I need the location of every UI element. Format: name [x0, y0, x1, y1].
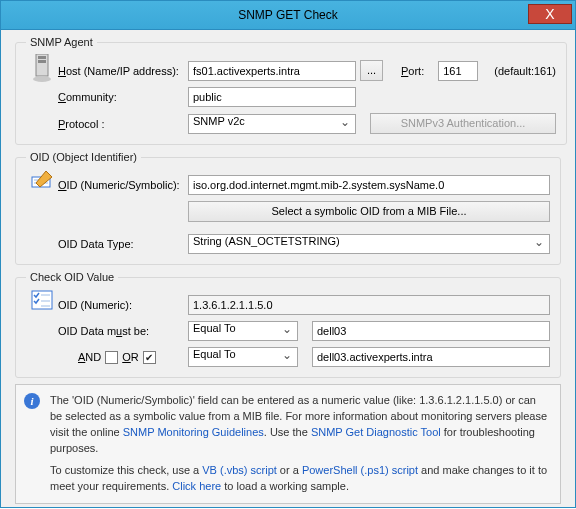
check-value-group: Check OID Value OID (Numeric): 1.3.6.1.2… — [15, 271, 561, 378]
snmp-agent-group: SNMP Agent Host (Name/IP address): fs01.… — [15, 36, 567, 145]
check-value-legend: Check OID Value — [26, 271, 118, 283]
and-checkbox[interactable] — [105, 351, 118, 364]
port-label: Port: — [401, 65, 424, 77]
link-click-here[interactable]: Click here — [172, 480, 221, 492]
oid-numeric-label: OID (Numeric): — [58, 299, 184, 311]
host-label: Host (Name/IP address): — [58, 65, 184, 77]
logic-row: AND OR — [58, 351, 184, 364]
info-icon: i — [24, 393, 40, 409]
must-be-label: OID Data must be: — [58, 325, 184, 337]
value2-input[interactable]: dell03.activexperts.intra — [312, 347, 550, 367]
oid-legend: OID (Object Identifier) — [26, 151, 141, 163]
select-mib-button[interactable]: Select a symbolic OID from a MIB File... — [188, 201, 550, 222]
oid-numeric-value: 1.3.6.1.2.1.1.5.0 — [188, 295, 550, 315]
link-vb-script[interactable]: VB (.vbs) script — [202, 464, 277, 476]
link-diagnostic-tool[interactable]: SNMP Get Diagnostic Tool — [311, 426, 441, 438]
svg-rect-2 — [38, 60, 46, 63]
svg-rect-1 — [38, 56, 46, 59]
community-label: Community: — [58, 91, 184, 103]
checklist-icon — [26, 289, 58, 367]
port-default-hint: (default:161) — [494, 65, 556, 77]
link-monitoring-guidelines[interactable]: SNMP Monitoring Guidelines — [123, 426, 264, 438]
info-paragraph-1: The 'OID (Numeric/Symbolic)' field can b… — [50, 393, 550, 457]
operator2-select[interactable]: Equal To — [188, 347, 298, 367]
snmp-agent-legend: SNMP Agent — [26, 36, 97, 48]
and-label: AND — [78, 351, 101, 363]
port-input[interactable]: 161 — [438, 61, 478, 81]
protocol-label: Protocol : — [58, 118, 184, 130]
oid-input[interactable]: iso.org.dod.internet.mgmt.mib-2.system.s… — [188, 175, 550, 195]
community-input[interactable]: public — [188, 87, 356, 107]
link-powershell-script[interactable]: PowerShell (.ps1) script — [302, 464, 418, 476]
browse-button[interactable]: ... — [360, 60, 383, 81]
or-label: OR — [122, 351, 139, 363]
value1-input[interactable]: dell03 — [312, 321, 550, 341]
info-panel: i The 'OID (Numeric/Symbolic)' field can… — [15, 384, 561, 504]
server-icon — [26, 54, 58, 134]
host-input[interactable]: fs01.activexperts.intra — [188, 61, 356, 81]
dialog-body: SNMP Agent Host (Name/IP address): fs01.… — [0, 30, 576, 508]
protocol-select[interactable]: SNMP v2c — [188, 114, 356, 134]
snmpv3-auth-button: SNMPv3 Authentication... — [370, 113, 556, 134]
oid-label: OID (Numeric/Symbolic): — [58, 179, 184, 191]
operator1-select[interactable]: Equal To — [188, 321, 298, 341]
oid-type-label: OID Data Type: — [58, 238, 184, 250]
info-paragraph-2: To customize this check, use a VB (.vbs)… — [50, 463, 550, 495]
oid-type-select[interactable]: String (ASN_OCTETSTRING) — [188, 234, 550, 254]
svg-point-3 — [33, 76, 51, 82]
or-checkbox[interactable] — [143, 351, 156, 364]
window-title: SNMP GET Check — [238, 8, 338, 22]
oid-group: OID (Object Identifier) OID (Numeric/Sym… — [15, 151, 561, 265]
titlebar: SNMP GET Check X — [0, 0, 576, 30]
pencil-icon — [26, 169, 58, 254]
close-button[interactable]: X — [528, 4, 572, 24]
